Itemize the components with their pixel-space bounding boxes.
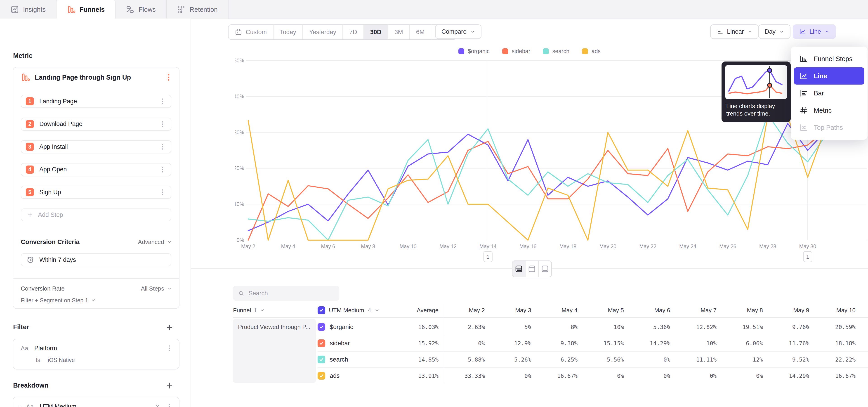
line-icon	[799, 72, 808, 80]
y-tick-label: 30%	[235, 130, 244, 135]
date-column-header[interactable]: May 8	[717, 307, 763, 314]
drag-handle-icon[interactable]	[17, 404, 23, 407]
scale-dropdown-button[interactable]: Linear	[710, 24, 759, 39]
legend-item-sidebar[interactable]: sidebar	[502, 48, 530, 55]
step-kebab-icon[interactable]	[159, 188, 166, 196]
add-step-button[interactable]: Add Step	[21, 209, 171, 221]
series-line-sidebar[interactable]	[248, 129, 828, 240]
y-tick-label: 20%	[235, 165, 244, 171]
range-today[interactable]: Today	[274, 25, 303, 39]
funnel-step-4[interactable]: 4App Open	[21, 163, 171, 176]
range-label: 6M	[416, 29, 425, 36]
retention-icon	[177, 5, 186, 14]
tab-retention[interactable]: Retention	[166, 0, 228, 19]
date-column-header[interactable]: May 9	[763, 307, 809, 314]
row-checkbox[interactable]	[318, 339, 325, 347]
date-column-header[interactable]: May 6	[624, 307, 670, 314]
row-value: 10%	[670, 340, 717, 347]
annotation-label: 1	[806, 254, 809, 260]
breakdown-card[interactable]: Aa UTM Medium	[13, 397, 180, 407]
menu-item-funnel-steps[interactable]: Funnel Steps	[794, 50, 864, 67]
conversion-window[interactable]: Within 7 days	[21, 253, 171, 267]
date-column-header[interactable]: May 4	[531, 307, 578, 314]
breakdown-col-label: UTM Medium	[329, 307, 364, 314]
tab-funnels[interactable]: Funnels	[57, 0, 116, 19]
step-kebab-icon[interactable]	[159, 166, 166, 174]
breakdown-kebab-icon[interactable]	[165, 403, 173, 407]
metric-kebab-icon[interactable]	[164, 73, 173, 82]
tab-flows[interactable]: Flows	[116, 0, 166, 19]
menu-item-bar[interactable]: Bar	[794, 85, 864, 102]
menu-item-line[interactable]: Line	[794, 67, 864, 85]
legend-item-organic[interactable]: $organic	[458, 48, 490, 55]
advanced-dropdown[interactable]: Advanced	[138, 239, 172, 246]
legend-item-ads[interactable]: ads	[582, 48, 600, 55]
step-kebab-icon[interactable]	[159, 143, 166, 151]
all-steps-dropdown[interactable]: All Steps	[141, 285, 172, 292]
funnel-step-1[interactable]: 1Landing Page	[21, 95, 171, 108]
x-tick-label: May 24	[679, 244, 696, 249]
toggle-chart-view[interactable]	[526, 261, 539, 277]
range-custom[interactable]: Custom	[228, 25, 274, 39]
tab-label: Insights	[23, 6, 46, 13]
table-row-sidebar[interactable]: sidebar15.92%0%12.9%9.38%15.15%14.29%10%…	[318, 335, 868, 352]
legend-item-search[interactable]: search	[543, 48, 569, 55]
step-kebab-icon[interactable]	[159, 97, 166, 105]
tab-insights[interactable]: Insights	[0, 0, 57, 19]
funnel-col-label: Funnel	[233, 307, 251, 314]
toggle-table-view[interactable]	[539, 261, 551, 277]
step-number-badge: 1	[26, 97, 34, 105]
toggle-split-view[interactable]	[513, 261, 526, 277]
string-type-icon: Aa	[21, 345, 29, 352]
legend-swatch	[458, 49, 464, 54]
select-all-checkbox[interactable]	[318, 306, 325, 314]
breakdown-column-header[interactable]: UTM Medium 4	[318, 306, 392, 314]
x-tick-label: May 4	[281, 244, 295, 249]
table-row-organic[interactable]: $organic16.03%2.63%5%8%10%5.36%12.82%19.…	[318, 319, 868, 335]
table-row-search[interactable]: search14.85%5.88%5.26%6.25%5.56%0%11.11%…	[318, 352, 868, 368]
row-value: 20.59%	[809, 324, 856, 330]
series-line-search[interactable]	[248, 115, 828, 240]
date-column-header[interactable]: May 10	[809, 307, 856, 314]
date-column-header[interactable]: May 5	[578, 307, 624, 314]
filter-card[interactable]: Aa Platform Is iOS Native	[13, 339, 180, 370]
row-checkbox[interactable]	[318, 372, 325, 380]
search-input[interactable]	[248, 290, 334, 297]
range-6m[interactable]: 6M	[410, 25, 432, 39]
x-tick-label: May 22	[639, 244, 656, 249]
plus-icon	[27, 211, 33, 218]
step-kebab-icon[interactable]	[159, 120, 166, 128]
compare-button[interactable]: Compare	[435, 24, 482, 39]
row-value: 22.22%	[809, 356, 856, 363]
range-label: Custom	[246, 29, 267, 36]
funnel-col-count: 1	[254, 307, 257, 314]
date-column-header[interactable]: May 2	[438, 307, 485, 314]
table-row-ads[interactable]: ads13.91%33.33%0%16.67%0%0%0%0%14.29%16.…	[318, 368, 868, 384]
range-7d[interactable]: 7D	[343, 25, 364, 39]
menu-item-metric[interactable]: Metric	[794, 102, 864, 119]
range-3m[interactable]: 3M	[388, 25, 410, 39]
bar-icon	[799, 89, 808, 97]
range-yesterday[interactable]: Yesterday	[303, 25, 343, 39]
date-column-header[interactable]: May 7	[670, 307, 717, 314]
date-column-header[interactable]: May 3	[485, 307, 531, 314]
funnel-step-3[interactable]: 3App Install	[21, 140, 171, 153]
row-checkbox[interactable]	[318, 323, 325, 331]
range-label: 30D	[370, 29, 381, 36]
chevron-down-icon	[91, 298, 96, 303]
filter-kebab-icon[interactable]	[165, 344, 173, 352]
funnel-column-header[interactable]: Funnel 1	[233, 307, 318, 314]
range-30d[interactable]: 30D	[364, 25, 388, 39]
granularity-dropdown-button[interactable]: Day	[758, 24, 790, 39]
chart-type-dropdown-button[interactable]: Line	[793, 24, 836, 39]
row-checkbox[interactable]	[318, 356, 325, 363]
add-breakdown-button[interactable]	[165, 382, 174, 390]
series-line-ads[interactable]	[248, 116, 828, 240]
filter-segment-dropdown[interactable]: Filter + Segment on Step 1	[21, 296, 172, 305]
funnel-step-5[interactable]: 5Sign Up	[21, 186, 171, 199]
funnel-step-2[interactable]: 2Download Page	[21, 118, 171, 131]
row-average: 15.92%	[392, 340, 438, 347]
funnel-name-cell[interactable]: Product Viewed through P...	[233, 319, 316, 383]
add-filter-button[interactable]	[165, 323, 174, 332]
remove-breakdown-icon[interactable]	[154, 403, 160, 407]
